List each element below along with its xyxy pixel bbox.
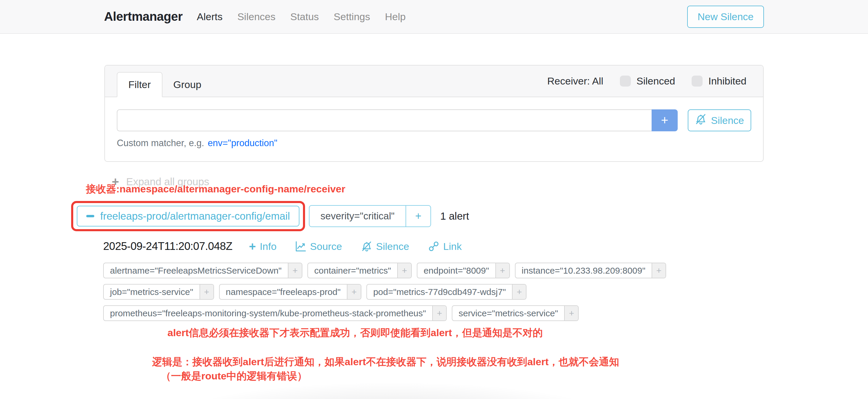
label-add-filter-button[interactable]: + (199, 284, 213, 299)
tab-group[interactable]: Group (162, 73, 213, 97)
silence-action-label: Silence (376, 241, 409, 252)
nav-link-help[interactable]: Help (385, 11, 406, 23)
link-action[interactable]: Link (428, 241, 462, 252)
group-matcher-chip: severity="critical" + (309, 205, 431, 227)
nav-link-status[interactable]: Status (290, 11, 319, 23)
nav-link-alerts[interactable]: Alerts (197, 11, 223, 23)
inhibited-checkbox[interactable] (692, 75, 703, 87)
filter-card-header: Filter Group Receiver: All Silenced Inhi… (105, 65, 763, 97)
nav-link-settings[interactable]: Settings (334, 11, 370, 23)
group-matcher-text: severity="critical" (309, 206, 406, 226)
label-tag: namespace="freeleaps-prod" + (219, 284, 361, 300)
silence-action[interactable]: Silence (361, 241, 409, 252)
label-tag-text: alertname="FreeleapsMetricsServiceDown" (104, 263, 288, 278)
label-row: job="metrics-service" + namespace="freel… (103, 284, 666, 300)
label-tag: container="metrics" + (307, 263, 412, 278)
source-action[interactable]: Source (295, 241, 342, 252)
alert-detail-row: 2025-09-24T11:20:07.048Z + Info Source S… (103, 240, 462, 252)
receiver-group-name: freeleaps-prod/alertmanager-config/email (100, 210, 290, 222)
collapse-minus-icon (86, 215, 94, 217)
label-tag-text: service="metrics-service" (453, 306, 564, 320)
label-tag-text: namespace="freeleaps-prod" (220, 284, 347, 299)
hint-text: Custom matcher, e.g. (117, 138, 204, 148)
label-tag: pod="metrics-77d9cdb497-wdsj7" + (366, 284, 526, 300)
label-tag: service="metrics-service" + (452, 305, 579, 321)
silence-filter-button-label: Silence (711, 115, 744, 126)
label-tag: endpoint="8009" + (417, 263, 510, 278)
link-icon (428, 241, 439, 252)
label-tag-text: instance="10.233.98.209:8009" (516, 263, 652, 278)
silenced-checkbox-label[interactable]: Silenced (637, 75, 675, 87)
matcher-input[interactable] (117, 110, 652, 131)
alert-count: 1 alert (440, 210, 469, 222)
new-silence-button[interactable]: New Silence (687, 6, 764, 28)
label-tag-text: container="metrics" (308, 263, 397, 278)
bell-slash-icon (695, 113, 707, 127)
receiver-group-button[interactable]: freeleaps-prod/alertmanager-config/email (77, 206, 300, 226)
label-row: prometheus="freeleaps-monitoring-system/… (103, 305, 666, 321)
label-tag: alertname="FreeleapsMetricsServiceDown" … (103, 263, 302, 278)
annotation-red-box: freeleaps-prod/alertmanager-config/email (71, 201, 305, 231)
label-add-filter-button[interactable]: + (347, 284, 361, 299)
label-tag: prometheus="freeleaps-monitoring-system/… (103, 305, 447, 321)
label-tag-text: pod="metrics-77d9cdb497-wdsj7" (367, 284, 512, 299)
chart-line-icon (295, 241, 306, 252)
group-matcher-add-button[interactable]: + (406, 206, 430, 226)
app-brand: Alertmanager (104, 9, 183, 24)
label-tag-text: job="metrics-service" (104, 284, 199, 299)
label-tag: job="metrics-service" + (103, 284, 214, 300)
inhibited-checkbox-label[interactable]: Inhibited (708, 75, 746, 87)
label-tag: instance="10.233.98.209:8009" + (515, 263, 666, 278)
alert-timestamp: 2025-09-24T11:20:07.048Z (103, 240, 232, 252)
nav-link-silences[interactable]: Silences (238, 11, 276, 23)
label-tag-text: prometheus="freeleaps-monitoring-system/… (104, 306, 432, 320)
label-add-filter-button[interactable]: + (432, 306, 446, 320)
label-add-filter-button[interactable]: + (397, 263, 411, 278)
filter-card-body: + Silence Custom matcher, e.g.env="produ… (105, 97, 763, 149)
label-add-filter-button[interactable]: + (564, 306, 578, 320)
label-row: alertname="FreeleapsMetricsServiceDown" … (103, 263, 666, 278)
matcher-input-group: + Silence (117, 110, 751, 131)
annotation-receiver-note: 接收器:namespace/altermanager-config-name/r… (86, 182, 345, 196)
label-add-filter-button[interactable]: + (512, 284, 526, 299)
annotation-line2: 逻辑是：接收器收到alert后进行通知，如果alert不在接收器下，说明接收器没… (152, 355, 619, 369)
tab-filter[interactable]: Filter (117, 72, 162, 97)
link-action-label: Link (443, 241, 462, 252)
alert-group-row: freeleaps-prod/alertmanager-config/email… (71, 201, 469, 231)
bell-slash-icon (361, 241, 372, 252)
custom-matcher-hint: Custom matcher, e.g.env="production" (117, 138, 751, 149)
info-action-label: Info (260, 241, 277, 252)
label-tag-text: endpoint="8009" (417, 263, 495, 278)
label-add-filter-button[interactable]: + (652, 263, 665, 278)
filter-card: Filter Group Receiver: All Silenced Inhi… (104, 65, 764, 162)
plus-icon: + (249, 240, 256, 252)
add-matcher-button[interactable]: + (652, 110, 678, 131)
label-add-filter-button[interactable]: + (288, 263, 302, 278)
filter-header-controls: Receiver: All Silenced Inhibited (547, 65, 746, 97)
hint-example-link[interactable]: env="production" (208, 138, 277, 148)
alert-labels: alertname="FreeleapsMetricsServiceDown" … (103, 263, 666, 327)
receiver-filter-label[interactable]: Receiver: All (547, 75, 603, 87)
annotation-line1: alert信息必须在接收器下才表示配置成功，否则即使能看到alert，但是通知是… (167, 326, 543, 340)
silenced-checkbox[interactable] (620, 75, 631, 87)
info-action[interactable]: + Info (249, 240, 277, 252)
top-navbar: Alertmanager Alerts Silences Status Sett… (0, 0, 868, 34)
source-action-label: Source (310, 241, 342, 252)
silence-filter-button[interactable]: Silence (688, 110, 751, 131)
label-add-filter-button[interactable]: + (495, 263, 509, 278)
annotation-line3: （一般是route中的逻辑有错误） (161, 369, 307, 383)
